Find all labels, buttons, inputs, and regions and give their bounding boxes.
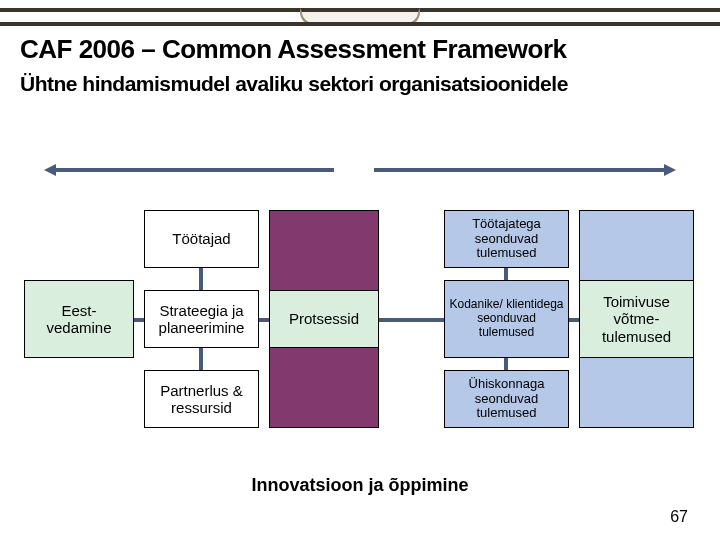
box-people: Töötajad [144,210,259,268]
page-title: CAF 2006 – Common Assessment Framework [20,34,700,65]
box-partnership: Partnerlus & ressursid [144,370,259,428]
caf-diagram: Eest-vedamine Töötajad Strateegia ja pla… [24,160,694,450]
box-strategy: Strateegia ja planeerimine [144,290,259,348]
box-processes: Protsessid [269,290,379,348]
page-subtitle: Ühtne hindamismudel avaliku sektori orga… [20,72,700,96]
top-arrow-end-icon [664,164,676,176]
box-people-results: Töötajatega seonduvad tulemused [444,210,569,268]
box-citizen-results: Kodanike/ klientidega seonduvad tulemuse… [444,280,569,358]
page-number: 67 [670,508,688,526]
top-arrow-bar-left [54,168,334,172]
box-leadership: Eest-vedamine [24,280,134,358]
box-key-results: Toimivuse võtme-tulemused [579,280,694,358]
top-arrow-bar-right [374,168,666,172]
decor-rule-bottom [0,22,720,26]
box-society-results: Ühiskonnaga seonduvad tulemused [444,370,569,428]
innovation-label: Innovatsioon ja õppimine [0,475,720,496]
